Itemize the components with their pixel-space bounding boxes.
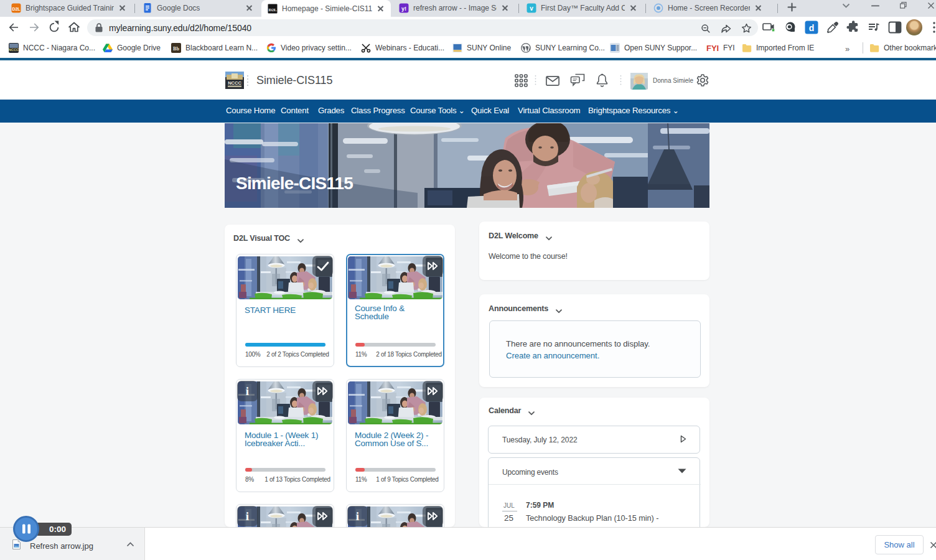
svg-text:D2L: D2L [268,7,277,12]
svg-text:y!: y! [401,6,406,12]
svg-text:FYI: FYI [706,44,719,53]
svg-text:v: v [530,5,533,12]
svg-text:NCCC: NCCC [228,80,241,86]
svg-text:NCCC: NCCC [9,48,19,52]
svg-text:D2L: D2L [12,7,21,11]
svg-text:Bb: Bb [173,46,179,52]
svg-text:d: d [809,23,815,33]
